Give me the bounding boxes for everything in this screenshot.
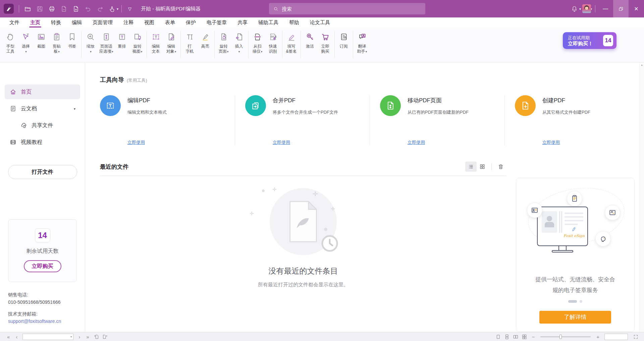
open-file-button[interactable]: 打开文件 <box>8 165 77 179</box>
ribbon-item-snapshot[interactable]: 截图 ▾ <box>34 30 49 58</box>
menu-tab-form[interactable]: 表单 <box>160 17 180 27</box>
tool-card-create-pdf[interactable]: 创建PDF 从其它格式文件创建PDF 立即使用 <box>504 95 639 146</box>
zoom-slider-handle[interactable] <box>559 335 562 339</box>
touch-mode-icon[interactable] <box>106 3 118 15</box>
ribbon-item-clipboard[interactable]: 剪贴 板▾ <box>49 30 64 58</box>
save-icon[interactable] <box>34 3 46 15</box>
dot[interactable] <box>580 300 582 303</box>
collapse-ribbon-icon[interactable]: ▽ <box>124 6 136 11</box>
restore-button[interactable] <box>613 0 629 17</box>
undo-icon[interactable] <box>82 3 94 15</box>
use-now-link[interactable]: 立即使用 <box>273 139 360 146</box>
facing-view-button[interactable] <box>511 333 520 340</box>
close-button[interactable]: ✕ <box>629 0 644 17</box>
ribbon-item-page-fit-options[interactable]: 页面适 应选项▾ <box>98 30 114 58</box>
ribbon-item-typewriter[interactable]: 打 字机▾ <box>182 30 198 58</box>
tool-card-merge-pdf[interactable]: 合并PDF 将多个文件合并生成一个PDF文件 立即使用 <box>235 95 370 146</box>
ribbon-item-activate[interactable]: 激活 ▾ <box>302 30 318 58</box>
ribbon-item-highlight[interactable]: 高亮 ▾ <box>198 30 213 58</box>
sidebar-item-label: 共享文件 <box>32 122 53 129</box>
ribbon-item-fill-sign[interactable]: 填写 &签名▾ <box>284 30 299 58</box>
print-icon[interactable] <box>46 3 58 15</box>
zoom-percentage-box[interactable] <box>604 334 628 340</box>
sidebar-item-shared-files[interactable]: 共享文件 ▾ <box>15 118 80 133</box>
menu-tab-file[interactable]: 文件 <box>4 17 25 27</box>
menu-tab-comment[interactable]: 注释 <box>118 17 139 27</box>
zoom-out-button[interactable]: − <box>529 334 538 340</box>
menu-tab-assist-tools[interactable]: 辅助工具 <box>253 17 284 27</box>
touch-mode-caret-icon[interactable]: ▾ <box>117 7 118 11</box>
ribbon-item-rotate-pages[interactable]: 旋转 页面▾ <box>216 30 231 58</box>
use-now-link[interactable]: 立即使用 <box>408 139 495 146</box>
ribbon-item-reflow[interactable]: 重排 ▾ <box>114 30 130 58</box>
menu-tab-paper-tools[interactable]: 论文工具 <box>305 17 335 27</box>
trial-period-badge[interactable]: 正在试用期 立即购买！ 14 <box>563 32 616 49</box>
menu-tab-esign[interactable]: 电子签章 <box>201 17 232 27</box>
menu-tab-page-manage[interactable]: 页面管理 <box>87 17 118 27</box>
ribbon-item-subscribe[interactable]: 订阅 ▾ <box>336 30 352 58</box>
menu-tab-help[interactable]: 帮助 <box>284 17 305 27</box>
previous-page-button[interactable]: ‹ <box>13 334 20 340</box>
scrollbar[interactable]: ▴ <box>639 62 644 332</box>
menu-tab-share[interactable]: 共享 <box>232 17 253 27</box>
next-page-button[interactable]: › <box>75 334 83 340</box>
new-document-icon[interactable] <box>70 3 82 15</box>
ribbon-item-quick-ocr[interactable]: OCR 快速 识别▾ <box>265 30 281 58</box>
menu-tab-edit[interactable]: 编辑 <box>66 17 87 27</box>
page-number-input[interactable] <box>24 334 70 339</box>
single-page-view-button[interactable] <box>494 333 502 340</box>
grid-view-button[interactable] <box>477 162 488 172</box>
ribbon-item-insert-pages[interactable]: 插入 ▾ <box>231 30 247 58</box>
ribbon-item-edit-text[interactable]: 编辑 文本▾ <box>148 30 164 58</box>
last-page-button[interactable]: » <box>83 334 92 340</box>
list-view-button[interactable] <box>465 162 477 172</box>
ribbon-item-select-tool[interactable]: 选择 ▾ <box>18 30 34 58</box>
chevron-down-icon[interactable]: ▾ <box>74 107 75 111</box>
menu-tab-view[interactable]: 视图 <box>139 17 160 27</box>
ribbon-item-from-scanner[interactable]: 从扫 描仪▾ <box>250 30 265 58</box>
rotate-left-button[interactable] <box>92 333 101 340</box>
page-number-box[interactable]: ▾ <box>22 334 73 340</box>
menu-tab-convert[interactable]: 转换 <box>46 17 66 27</box>
clear-recent-trash-button[interactable] <box>495 162 506 172</box>
notifications-caret-icon[interactable]: ▾ <box>579 7 581 11</box>
close-document-icon[interactable] <box>58 3 70 15</box>
search-input[interactable] <box>282 6 421 12</box>
facing-continuous-view-button[interactable] <box>520 333 529 340</box>
zoom-in-button[interactable]: + <box>593 334 602 340</box>
ribbon-item-zoom[interactable]: 缩放 ▾ <box>83 30 98 58</box>
open-file-icon[interactable] <box>21 3 34 15</box>
ribbon-item-translate-assistant[interactable]: 翻译 助手▾ <box>355 30 370 58</box>
ribbon-item-bookmark[interactable]: 书签 ▾ <box>64 30 80 58</box>
support-email-link[interactable]: support@foxitsoftware.cn <box>8 318 85 325</box>
sidebar-item-cloud-docs[interactable]: 云文档 ▾ <box>5 101 80 116</box>
sidebar-item-home[interactable]: 首页 ▾ <box>5 84 80 99</box>
sidebar-item-video-tutorials[interactable]: 视频教程 ▾ <box>5 135 80 150</box>
carousel-dots[interactable] <box>568 300 582 303</box>
tool-card-move-pdf-pages[interactable]: 移动PDF页面 从已有的PDF页面创建新的PDF 立即使用 <box>370 95 504 146</box>
rotate-right-button[interactable] <box>101 333 110 340</box>
continuous-view-button[interactable] <box>502 333 511 340</box>
buy-now-button[interactable]: 立即购买 <box>24 260 61 272</box>
menu-tab-home[interactable]: 主页 <box>25 17 46 27</box>
ribbon-item-rotate-view[interactable]: 旋转 视图▾ <box>130 30 145 58</box>
ribbon-item-buy-now[interactable]: 立即 购买▾ <box>318 30 333 58</box>
zoom-slider[interactable] <box>540 336 591 337</box>
user-avatar[interactable] <box>582 4 591 13</box>
dot-active[interactable] <box>568 300 577 303</box>
notifications-bell-icon[interactable] <box>569 3 581 15</box>
learn-more-button[interactable]: 了解详情 <box>539 311 611 324</box>
search-bar[interactable] <box>269 3 425 14</box>
first-page-button[interactable]: « <box>4 334 13 340</box>
use-now-link[interactable]: 立即使用 <box>127 139 225 146</box>
ribbon-item-hand-tool[interactable]: 手型 工具▾ <box>3 30 18 58</box>
fullscreen-icon[interactable] <box>631 333 640 340</box>
tool-card-edit-pdf[interactable]: 编辑PDF 编辑文档和文本格式 立即使用 <box>100 95 235 146</box>
minimize-button[interactable]: — <box>598 0 613 17</box>
use-now-link[interactable]: 立即使用 <box>542 139 630 146</box>
menu-tab-protect[interactable]: 保护 <box>180 17 201 27</box>
page-dropdown-caret-icon[interactable]: ▾ <box>70 335 72 338</box>
redo-icon[interactable] <box>94 3 106 15</box>
dropdown-caret-icon: ▾ <box>227 50 229 53</box>
ribbon-item-edit-object[interactable]: 编辑 对象▾ <box>164 30 179 58</box>
